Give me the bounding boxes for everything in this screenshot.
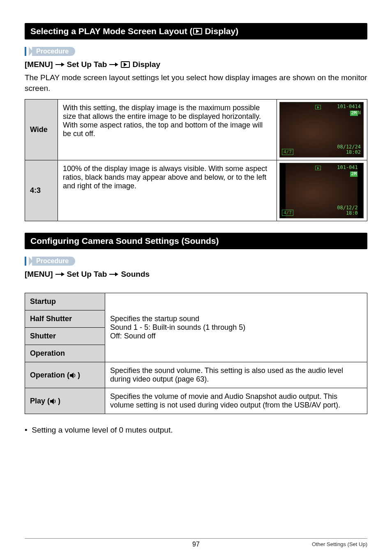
menu-path-1: [MENU] Set Up Tab Display	[25, 60, 367, 69]
overlay-bottom-left: 4/7	[282, 149, 293, 155]
procedure-row: Procedure	[25, 257, 367, 266]
arrow-icon	[109, 272, 118, 276]
arrow-icon	[55, 272, 65, 276]
row-label-half-shutter: Half Shutter	[25, 310, 105, 328]
row-label-wide: Wide	[25, 100, 58, 160]
section1-intro: The PLAY mode screen layout settings let…	[25, 72, 367, 93]
row-desc-play-vol: Specifies the volume of movie and Audio …	[105, 388, 367, 414]
table-row: Operation () Specifies the sound volume.…	[25, 362, 367, 388]
play-vol-post: )	[58, 397, 60, 405]
footer-section: Other Settings (Set Up)	[312, 541, 367, 547]
procedure-accent-bar	[25, 47, 26, 56]
overlay-id: 101-0414	[337, 104, 361, 109]
procedure-pill: Procedure	[32, 47, 75, 56]
overlay-date: 08/12/24	[337, 144, 361, 150]
screenshot-43: 101-0414 2MN 08/12/24 18:02 4/7	[279, 163, 364, 218]
group-desc-2: Sound 1 - 5: Built-in sounds (1 through …	[110, 323, 245, 331]
screenshot-wide: 101-0414 2MN 08/12/24 18:02 4/7	[279, 102, 364, 157]
row-label-shutter: Shutter	[25, 328, 105, 345]
op-vol-post: )	[78, 371, 80, 379]
section1-title-pre: Selecting a PLAY Mode Screen Layout (	[30, 26, 192, 36]
row-image-wide: 101-0414 2MN 08/12/24 18:02 4/7	[277, 100, 367, 160]
bullet-note: • Setting a volume level of 0 mutes outp…	[25, 426, 367, 435]
row-desc-wide: With this setting, the display image is …	[58, 100, 277, 160]
procedure-row: Procedure	[25, 47, 367, 56]
page-number: 97	[192, 541, 200, 548]
table-row: Startup Specifies the startup sound Soun…	[25, 293, 367, 310]
overlay-badge: 2M	[350, 171, 358, 177]
overlay-play-icon	[315, 105, 321, 109]
row-desc-43: 100% of the display image is always visi…	[58, 160, 277, 221]
op-vol-pre: Operation (	[30, 371, 69, 379]
arrow-icon	[109, 63, 118, 67]
overlay-id: 101-0414	[337, 164, 361, 170]
arrow-icon	[55, 63, 65, 67]
overlay-badge: 2M	[350, 111, 358, 116]
overlay-play-icon	[315, 166, 321, 170]
overlay-date: 08/12/24	[337, 205, 361, 211]
menu-path-2: [MENU] Set Up Tab Sounds	[25, 270, 367, 279]
table-row: Wide With this setting, the display imag…	[25, 100, 367, 160]
page-footer: 97 Other Settings (Set Up)	[25, 538, 367, 547]
procedure-label: Procedure	[36, 257, 69, 264]
procedure-accent-bar	[25, 257, 26, 266]
row-label-play-vol: Play ()	[25, 388, 105, 414]
group-desc-3: Off: Sound off	[110, 332, 155, 340]
table-row: Play () Specifies the volume of movie an…	[25, 388, 367, 414]
overlay-bottom-right: 08/12/24 18:02	[337, 144, 361, 156]
row-label-operation-vol: Operation ()	[25, 362, 105, 388]
menu-path-2-p1: [MENU]	[25, 270, 53, 279]
overlay-time: 18:02	[346, 149, 361, 155]
procedure-label: Procedure	[36, 48, 69, 55]
speaker-icon	[50, 398, 58, 404]
row-label-43: 4:3	[25, 160, 58, 221]
overlay-bottom-left: 4/7	[282, 210, 293, 216]
group-desc-1: Specifies the startup sound	[110, 315, 199, 323]
bullet-text: Setting a volume level of 0 mutes output…	[32, 426, 173, 434]
overlay-bottom-right: 08/12/24 18:02	[337, 205, 361, 217]
table-row: 4:3 100% of the display image is always …	[25, 160, 367, 221]
overlay-top-right: 101-0414 2MN	[337, 165, 361, 177]
play-mode-icon	[193, 28, 202, 35]
overlay-top-right: 101-0414 2MN	[337, 104, 361, 116]
display-layout-table: Wide With this setting, the display imag…	[25, 99, 367, 221]
procedure-pill: Procedure	[32, 257, 75, 266]
menu-path-2-p2: Set Up Tab	[67, 270, 107, 279]
menu-path-1-p3: Display	[132, 60, 160, 69]
speaker-icon	[69, 373, 78, 378]
row-image-43: 101-0414 2MN 08/12/24 18:02 4/7	[277, 160, 367, 221]
section2-title: Configuring Camera Sound Settings (Sound…	[30, 236, 219, 246]
sounds-table: Startup Specifies the startup sound Soun…	[25, 293, 367, 414]
section1-title-post: Display)	[205, 26, 238, 36]
overlay-time: 18:02	[346, 210, 361, 216]
row-label-operation: Operation	[25, 345, 105, 362]
section-heading-sounds: Configuring Camera Sound Settings (Sound…	[25, 233, 367, 249]
play-mode-icon	[121, 61, 130, 68]
group-desc-cell: Specifies the startup sound Sound 1 - 5:…	[105, 293, 367, 362]
menu-path-1-p1: [MENU]	[25, 60, 53, 69]
play-vol-pre: Play (	[30, 397, 50, 405]
row-label-startup: Startup	[25, 293, 105, 310]
section-heading-play-layout: Selecting a PLAY Mode Screen Layout ( Di…	[25, 23, 367, 39]
row-desc-operation-vol: Specifies the sound volume. This setting…	[105, 362, 367, 388]
menu-path-1-p2: Set Up Tab	[67, 60, 107, 69]
menu-path-2-p3: Sounds	[121, 270, 150, 279]
